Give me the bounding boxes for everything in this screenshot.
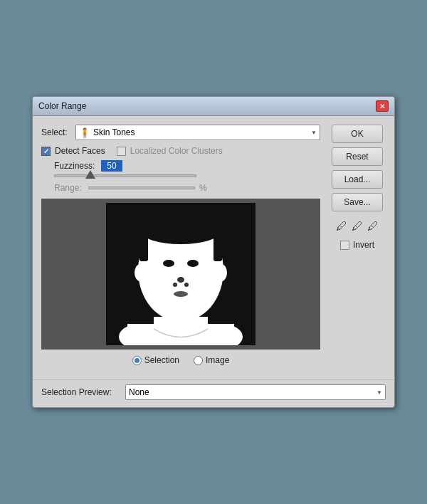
preview-area xyxy=(41,199,320,350)
dialog-body: Select: 🧍 Skin Tones ▼ ✓ Detect Faces Lo… xyxy=(33,116,394,379)
reset-button[interactable]: Reset xyxy=(332,147,383,166)
svg-point-13 xyxy=(177,277,184,283)
svg-point-10 xyxy=(216,264,227,281)
select-dropdown[interactable]: 🧍 Skin Tones ▼ xyxy=(75,125,320,140)
radio-selection[interactable]: Selection xyxy=(132,355,179,365)
left-panel: Select: 🧍 Skin Tones ▼ ✓ Detect Faces Lo… xyxy=(41,125,320,371)
range-slider-track[interactable] xyxy=(88,187,195,189)
eyedropper-row: 🖊 🖊 🖊 xyxy=(336,220,379,233)
ok-button[interactable]: OK xyxy=(332,125,383,143)
preview-image xyxy=(106,203,255,345)
fuzziness-value: 50 xyxy=(101,160,122,172)
detect-faces-checkbox[interactable]: ✓ xyxy=(41,147,51,156)
select-row: Select: 🧍 Skin Tones ▼ xyxy=(41,125,320,140)
radio-dot xyxy=(135,358,139,363)
selection-preview-label: Selection Preview: xyxy=(41,387,120,397)
svg-point-11 xyxy=(163,260,174,267)
selection-preview-dropdown[interactable]: None ▼ xyxy=(125,384,386,400)
selection-preview-value: None xyxy=(129,387,149,397)
right-panel: OK Reset Load... Save... 🖊 🖊 🖊 Invert xyxy=(329,125,386,371)
load-button[interactable]: Load... xyxy=(332,170,383,189)
radio-image[interactable]: Image xyxy=(194,355,229,365)
fuzziness-slider-thumb[interactable] xyxy=(85,170,95,179)
detect-faces-row: ✓ Detect Faces Localized Color Clusters xyxy=(41,146,320,156)
select-value: Skin Tones xyxy=(93,127,135,137)
range-label: Range: xyxy=(54,183,84,193)
eyedropper-add-icon[interactable]: 🖊 xyxy=(336,220,347,233)
dialog-title: Color Range xyxy=(38,101,86,111)
radio-row: Selection Image xyxy=(41,355,320,365)
select-label: Select: xyxy=(41,127,71,137)
invert-row: Invert xyxy=(340,240,374,250)
close-button[interactable]: ✕ xyxy=(376,100,389,112)
fuzziness-slider-track[interactable] xyxy=(54,174,196,177)
svg-point-16 xyxy=(174,291,188,297)
radio-selection-circle xyxy=(132,356,142,365)
localized-label: Localized Color Clusters xyxy=(130,146,223,156)
range-row: Range: % xyxy=(54,183,320,193)
svg-rect-17 xyxy=(168,313,194,331)
eyedropper-icon[interactable]: 🖊 xyxy=(352,220,363,233)
checkmark-icon: ✓ xyxy=(43,147,49,155)
select-dropdown-inner: 🧍 Skin Tones xyxy=(79,127,135,138)
radio-image-circle xyxy=(194,356,203,365)
titlebar: Color Range ✕ xyxy=(33,97,394,116)
color-range-dialog: Color Range ✕ Select: 🧍 Skin Tones ▼ xyxy=(32,96,395,408)
save-button[interactable]: Save... xyxy=(332,193,383,211)
svg-point-9 xyxy=(135,264,146,281)
invert-checkbox[interactable] xyxy=(340,241,349,250)
fuzziness-label: Fuzziness: xyxy=(54,161,97,171)
svg-point-14 xyxy=(173,283,177,287)
localized-checkbox[interactable] xyxy=(117,147,126,156)
dropdown-arrow-icon: ▼ xyxy=(311,130,317,136)
detect-faces-label: Detect Faces xyxy=(55,146,105,156)
eyedropper-subtract-icon[interactable]: 🖊 xyxy=(367,220,379,233)
svg-point-15 xyxy=(184,283,189,287)
person-icon: 🧍 xyxy=(79,127,90,138)
fuzziness-slider-container xyxy=(54,174,320,177)
dropdown-arrow2-icon: ▼ xyxy=(376,389,382,396)
radio-image-label: Image xyxy=(206,355,229,365)
radio-selection-label: Selection xyxy=(144,355,179,365)
svg-point-20 xyxy=(145,213,216,238)
range-percent: % xyxy=(199,183,207,193)
bottom-row: Selection Preview: None ▼ xyxy=(33,379,394,407)
svg-point-12 xyxy=(187,260,199,267)
invert-label: Invert xyxy=(353,240,374,250)
